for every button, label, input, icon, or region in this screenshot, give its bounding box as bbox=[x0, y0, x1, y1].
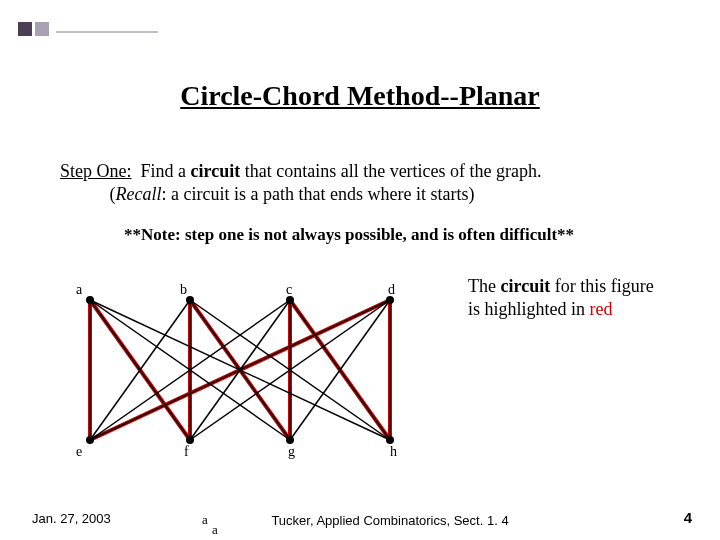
vertex-label-g: g bbox=[288, 444, 295, 460]
caption-red: red bbox=[590, 299, 613, 319]
caption-bold: circuit bbox=[500, 276, 550, 296]
recall-text: : a circuit is a path that ends where it… bbox=[161, 184, 474, 204]
figure-caption: The circuit for this figure is highlight… bbox=[468, 275, 668, 320]
recall-label: Recall bbox=[116, 184, 162, 204]
vertex-label-f: f bbox=[184, 444, 189, 460]
footer-date: Jan. 27, 2003 bbox=[32, 511, 111, 526]
svg-point-25 bbox=[186, 296, 194, 304]
stray-a2: a bbox=[212, 522, 218, 538]
graph-figure: a b c d e f g h bbox=[70, 280, 410, 470]
vertex-label-h: h bbox=[390, 444, 397, 460]
step-text-before: Find a bbox=[141, 161, 191, 181]
step-one-lead: Step One: bbox=[60, 161, 132, 181]
stray-a1: a bbox=[202, 512, 208, 528]
svg-point-30 bbox=[286, 436, 294, 444]
svg-point-28 bbox=[86, 436, 94, 444]
vertex-label-a: a bbox=[76, 282, 82, 298]
note-text: **Note: step one is not always possible,… bbox=[124, 225, 574, 245]
step-text-after: that contains all the vertices of the gr… bbox=[240, 161, 541, 181]
circuit-word: circuit bbox=[191, 161, 241, 181]
caption-pre: The bbox=[468, 276, 500, 296]
vertex-label-d: d bbox=[388, 282, 395, 298]
footer-page: 4 bbox=[684, 509, 692, 526]
vertex-label-b: b bbox=[180, 282, 187, 298]
page-title: Circle-Chord Method--Planar bbox=[0, 80, 720, 112]
footer-ref: Tucker, Applied Combinatorics, Sect. 1. … bbox=[260, 513, 520, 528]
vertex-label-c: c bbox=[286, 282, 292, 298]
svg-point-31 bbox=[386, 436, 394, 444]
svg-point-24 bbox=[86, 296, 94, 304]
step-one-text: Step One: Find a circuit that contains a… bbox=[60, 160, 660, 205]
svg-point-29 bbox=[186, 436, 194, 444]
slide-decoration bbox=[18, 22, 158, 42]
vertex-label-e: e bbox=[76, 444, 82, 460]
